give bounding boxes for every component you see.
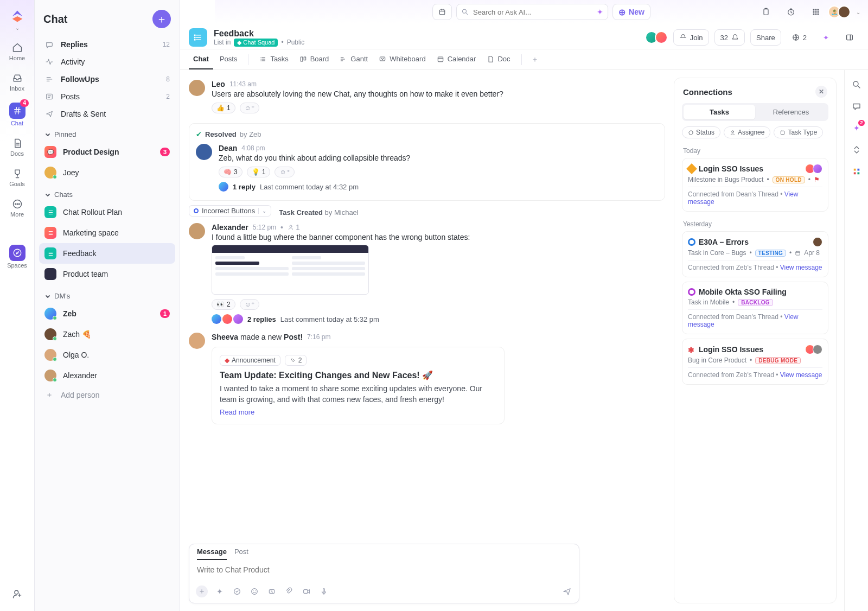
video-icon[interactable] <box>301 586 312 597</box>
member-count[interactable]: 32 <box>714 29 745 46</box>
rail-item-spaces[interactable]: Spaces <box>0 239 34 274</box>
read-more-link[interactable]: Read more <box>220 408 496 416</box>
sidebar-item-replies[interactable]: Replies 12 <box>39 36 175 53</box>
sidebar-section-dms[interactable]: DM's <box>39 284 175 303</box>
view-message-link[interactable]: View message <box>780 371 822 379</box>
reaction[interactable]: 👍1 <box>212 103 235 113</box>
sidebar-chat-product-team[interactable]: Product team <box>39 264 175 284</box>
add-view-button[interactable]: ＋ <box>528 53 541 66</box>
member-avatars[interactable] <box>648 31 668 44</box>
ai-badge-button[interactable]: ✦ 2 <box>850 121 864 135</box>
emoji-icon[interactable] <box>249 586 260 597</box>
add-reaction[interactable]: ☺︎⁺ <box>240 103 259 113</box>
sidebar-section-pinned[interactable]: Pinned <box>39 123 175 142</box>
attachment-icon[interactable] <box>284 586 295 597</box>
sidebar-item-activity[interactable]: Activity <box>39 53 175 71</box>
rail-item-inbox[interactable]: Inbox <box>0 67 34 97</box>
comments-button[interactable] <box>850 99 864 113</box>
app-logo[interactable] <box>10 9 25 24</box>
global-search[interactable]: ✦ <box>456 4 608 20</box>
reaction[interactable]: 🧠3 <box>219 167 242 177</box>
chevron-down-icon[interactable]: ⌄ <box>856 9 860 15</box>
workspace-switcher-chevron[interactable]: ⌄ <box>15 25 20 31</box>
connection-card[interactable]: ✱ Login SSO Issues Bug in Core Product •… <box>682 339 828 385</box>
view-tab-gantt[interactable]: Gantt <box>335 49 372 69</box>
thread-replies[interactable]: 2 replies Last comment today at 5:32 pm <box>212 314 665 324</box>
post-relation-count[interactable]: 2 <box>285 355 307 366</box>
rail-item-goals[interactable]: Goals <box>0 162 34 193</box>
compose-button[interactable]: ＋ <box>152 10 171 28</box>
sidebar-chat-marketing[interactable]: ☰ Marketing space <box>39 222 175 243</box>
task-chip[interactable]: Incorrect Buttons ⌄ <box>189 205 271 217</box>
squad-tag[interactable]: ◆ Chat Squad <box>234 39 278 47</box>
add-reaction[interactable]: ☺︎⁺ <box>275 167 294 177</box>
sidebar-chat-feedback[interactable]: ☰ Feedback <box>39 243 175 264</box>
composer-input[interactable] <box>189 560 579 581</box>
view-tab-whiteboard[interactable]: Whiteboard <box>374 49 430 69</box>
chevron-down-icon[interactable]: ⌄ <box>258 208 266 214</box>
sidebar-dm-zach[interactable]: Zach 🍕 <box>39 324 175 345</box>
sparkle-button[interactable]: ✦ <box>818 29 834 46</box>
task-icon[interactable] <box>232 586 242 597</box>
sync-button[interactable] <box>850 143 864 157</box>
rail-item-docs[interactable]: Docs <box>0 132 34 162</box>
invite-button[interactable] <box>11 586 23 602</box>
new-button[interactable]: ⊕New <box>612 4 650 20</box>
add-reaction[interactable]: ☺︎⁺ <box>240 299 259 310</box>
composer-attach-button[interactable]: ＋ <box>196 585 208 597</box>
reaction[interactable]: 💡1 <box>247 167 271 177</box>
view-message-link[interactable]: View message <box>780 264 822 271</box>
guests-count[interactable]: 2 <box>787 29 812 46</box>
post-card[interactable]: ◆Announcement 2 Team Update: Exciting Ch… <box>212 347 505 424</box>
sidebar-add-person[interactable]: ＋ Add person <box>39 386 175 404</box>
seg-tasks[interactable]: Tasks <box>684 105 755 119</box>
close-panel-button[interactable]: ✕ <box>815 86 827 98</box>
timer-icon[interactable] <box>781 4 801 20</box>
thread-replies[interactable]: 1 reply Last comment today at 4:32 pm <box>219 182 658 192</box>
view-tab-tasks[interactable]: Tasks <box>255 49 292 69</box>
slash-icon[interactable] <box>266 586 277 597</box>
filter-status[interactable]: Status <box>682 126 720 138</box>
reaction[interactable]: 👀2 <box>212 299 235 310</box>
connection-card[interactable]: Mobile Okta SSO Failing Task in Mobile •… <box>682 282 828 334</box>
join-button[interactable]: Join <box>673 29 709 46</box>
search-input[interactable] <box>473 8 592 16</box>
view-tab-board[interactable]: Board <box>295 49 334 69</box>
share-button[interactable]: Share <box>750 29 781 46</box>
grid-button[interactable] <box>850 164 864 179</box>
sidebar-item-followups[interactable]: FollowUps 8 <box>39 71 175 88</box>
rail-item-chat[interactable]: 4 Chat <box>0 97 34 132</box>
apps-icon[interactable] <box>806 4 826 20</box>
filter-assignee[interactable]: Assignee <box>724 126 770 138</box>
view-tab-chat[interactable]: Chat <box>189 49 213 69</box>
view-tab-posts[interactable]: Posts <box>215 49 242 69</box>
connection-card[interactable]: Login SSO Issues Milestone in Bugs Produ… <box>682 158 828 212</box>
sidebar-section-chats[interactable]: Chats <box>39 183 175 202</box>
view-tab-doc[interactable]: Doc <box>482 49 514 69</box>
composer-tab-message[interactable]: Message <box>197 548 227 560</box>
view-tab-calendar[interactable]: Calendar <box>432 49 481 69</box>
user-avatars[interactable]: 🏝️ <box>831 5 851 18</box>
rail-item-home[interactable]: Home <box>0 36 34 67</box>
send-button[interactable] <box>561 586 572 597</box>
post-tag-announcement[interactable]: ◆Announcement <box>220 355 280 366</box>
sidebar-pinned-joey[interactable]: Joey <box>39 162 175 183</box>
clipboard-icon[interactable] <box>756 4 776 20</box>
panel-toggle[interactable] <box>840 29 859 46</box>
seg-references[interactable]: References <box>755 105 827 119</box>
mic-icon[interactable] <box>318 586 329 597</box>
attached-image[interactable] <box>212 245 369 295</box>
sidebar-dm-zeb[interactable]: Zeb 1 <box>39 303 175 324</box>
search-button[interactable] <box>850 78 864 92</box>
ai-icon[interactable]: ✦ <box>214 586 225 597</box>
connection-card[interactable]: E30A – Errors Task in Core – Bugs • TEST… <box>682 231 828 277</box>
filter-tasktype[interactable]: Task Type <box>774 126 823 138</box>
sidebar-dm-olga[interactable]: Olga O. <box>39 345 175 365</box>
sidebar-item-drafts[interactable]: Drafts & Sent <box>39 105 175 123</box>
sidebar-pinned-product-design[interactable]: 💬 Product Design 3 <box>39 142 175 162</box>
composer-tab-post[interactable]: Post <box>234 548 248 560</box>
sidebar-dm-alexander[interactable]: Alexander <box>39 365 175 386</box>
sidebar-item-posts[interactable]: Posts 2 <box>39 88 175 105</box>
calendar-shortcut[interactable] <box>432 4 452 20</box>
sidebar-chat-rollout[interactable]: ☰ Chat Rollout Plan <box>39 202 175 222</box>
